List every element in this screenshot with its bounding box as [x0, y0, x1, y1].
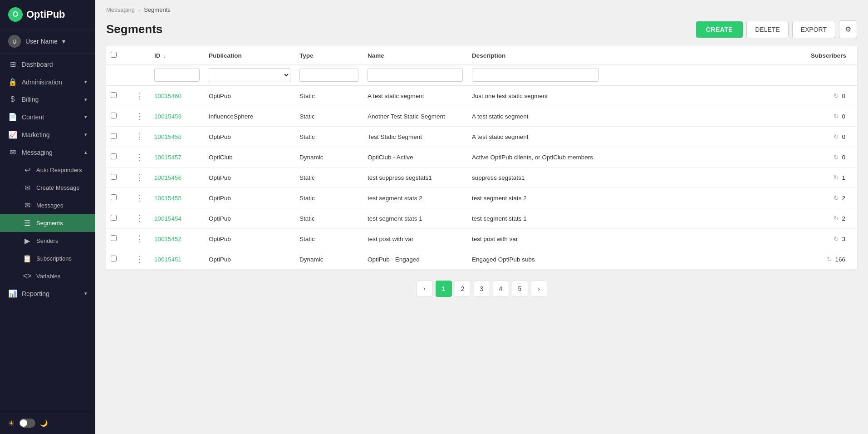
row-id-1[interactable]: 10015459 [150, 106, 204, 127]
select-all-checkbox[interactable] [111, 52, 117, 58]
export-button[interactable]: EXPORT [792, 21, 835, 38]
sort-icon: ↓ [163, 53, 166, 59]
next-page-button[interactable]: › [531, 281, 547, 297]
row-id-2[interactable]: 10015458 [150, 127, 204, 147]
page-title: Segments [106, 22, 162, 36]
prev-page-button[interactable]: ‹ [417, 281, 433, 297]
sidebar-item-subscriptions[interactable]: 📋 Subscriptions [0, 250, 95, 267]
sidebar-item-label: Administration [22, 79, 62, 86]
sidebar-item-variables[interactable]: <> Variables [0, 267, 95, 285]
row-menu-button-7[interactable]: ⋮ [133, 234, 145, 244]
refresh-icon-4[interactable]: ↻ [834, 174, 839, 181]
row-name-3: OptiClub - Active [363, 147, 467, 168]
row-description-0: Just one test static segment [467, 85, 603, 106]
row-menu-button-4[interactable]: ⋮ [133, 173, 145, 182]
row-checkbox-8[interactable] [111, 256, 117, 261]
table-row: ⋮ 10015454 OptiPub Static test segment s… [106, 208, 857, 229]
main-content: Messaging › Segments Segments CREATE DEL… [95, 0, 868, 434]
refresh-icon-1[interactable]: ↻ [834, 113, 839, 120]
delete-button[interactable]: DELETE [746, 21, 788, 38]
row-subscribers-8: 166 [835, 256, 845, 263]
chevron-right-icon: ▾ [84, 97, 87, 103]
sidebar-item-senders[interactable]: ▶ Senders [0, 232, 95, 250]
filter-description[interactable] [472, 69, 599, 82]
dashboard-icon: ⊞ [8, 60, 17, 69]
row-menu-button-3[interactable]: ⋮ [133, 152, 145, 162]
sidebar-item-administration[interactable]: 🔒 Administration ▾ [0, 73, 95, 91]
row-checkbox-1[interactable] [111, 113, 117, 118]
row-checkbox-6[interactable] [111, 215, 117, 221]
sidebar-theme: ☀ 🌙 [0, 412, 95, 434]
page-button-1[interactable]: 1 [436, 281, 452, 297]
settings-button[interactable]: ⚙ [839, 20, 857, 38]
row-subscribers-0: 0 [842, 93, 845, 99]
filter-type[interactable] [299, 69, 358, 82]
row-type-2: Static [295, 127, 363, 147]
sidebar-item-label: Billing [22, 96, 39, 103]
row-menu-button-6[interactable]: ⋮ [133, 213, 145, 223]
filter-name[interactable] [368, 69, 463, 82]
refresh-icon-5[interactable]: ↻ [834, 194, 839, 202]
sidebar-item-segments[interactable]: ☰ Segments [0, 214, 95, 232]
sidebar-item-reporting[interactable]: 📊 Reporting ▾ [0, 285, 95, 302]
sidebar-item-label: Subscriptions [36, 255, 72, 262]
sidebar-item-messages[interactable]: ✉ Messages [0, 197, 95, 214]
row-menu-button-8[interactable]: ⋮ [133, 254, 145, 264]
theme-toggle[interactable] [19, 419, 35, 428]
row-menu-button-1[interactable]: ⋮ [133, 111, 145, 121]
sidebar-item-dashboard[interactable]: ⊞ Dashboard [0, 55, 95, 73]
row-checkbox-5[interactable] [111, 194, 117, 200]
sidebar-item-marketing[interactable]: 📈 Marketing ▾ [0, 126, 95, 143]
column-id[interactable]: ID ↓ [150, 46, 204, 65]
refresh-icon-8[interactable]: ↻ [827, 256, 832, 263]
sidebar-item-create-message[interactable]: ✉ Create Message [0, 179, 95, 197]
row-menu-button-5[interactable]: ⋮ [133, 193, 145, 203]
create-button[interactable]: CREATE [696, 21, 743, 38]
breadcrumb-parent[interactable]: Messaging [106, 6, 135, 13]
logo-icon: O [8, 7, 23, 22]
row-checkbox-2[interactable] [111, 133, 117, 139]
sidebar-item-billing[interactable]: $ Billing ▾ [0, 91, 95, 108]
sidebar-item-messaging[interactable]: ✉ Messaging ▴ [0, 143, 95, 161]
row-id-8[interactable]: 10015451 [150, 249, 204, 270]
refresh-icon-2[interactable]: ↻ [834, 133, 839, 140]
table-row: ⋮ 10015455 OptiPub Static test segment s… [106, 188, 857, 208]
page-button-2[interactable]: 2 [455, 281, 471, 297]
logo-text: OptiPub [26, 9, 65, 20]
row-checkbox-4[interactable] [111, 174, 117, 180]
user-menu[interactable]: U User Name ▾ [0, 30, 95, 54]
sidebar-item-label: Marketing [22, 131, 49, 138]
sidebar-item-label: Senders [36, 237, 58, 244]
row-type-6: Static [295, 208, 363, 229]
row-checkbox-3[interactable] [111, 153, 117, 159]
row-subscribers-4: 1 [842, 174, 845, 181]
row-name-0: A test static segment [363, 85, 467, 106]
senders-icon: ▶ [23, 237, 32, 245]
page-button-3[interactable]: 3 [474, 281, 490, 297]
row-id-3[interactable]: 10015457 [150, 147, 204, 168]
filter-publication[interactable] [209, 68, 290, 82]
row-menu-button-2[interactable]: ⋮ [133, 132, 145, 142]
row-menu-button-0[interactable]: ⋮ [133, 91, 145, 101]
sidebar-item-auto-responders[interactable]: ↩ Auto Responders [0, 161, 95, 179]
row-id-0[interactable]: 10015460 [150, 85, 204, 106]
chevron-right-icon: ▾ [84, 114, 87, 120]
row-id-6[interactable]: 10015454 [150, 208, 204, 229]
row-subscribers-2: 0 [842, 133, 845, 140]
table-row: ⋮ 10015460 OptiPub Static A test static … [106, 85, 857, 106]
page-button-4[interactable]: 4 [493, 281, 509, 297]
sidebar-item-content[interactable]: 📄 Content ▾ [0, 108, 95, 126]
row-checkbox-7[interactable] [111, 235, 117, 241]
refresh-icon-3[interactable]: ↻ [834, 153, 839, 161]
refresh-icon-7[interactable]: ↻ [834, 235, 839, 242]
row-id-4[interactable]: 10015456 [150, 168, 204, 188]
row-id-7[interactable]: 10015452 [150, 229, 204, 249]
page-button-5[interactable]: 5 [512, 281, 528, 297]
refresh-icon-6[interactable]: ↻ [834, 215, 839, 222]
column-publication: Publication [204, 46, 295, 65]
row-checkbox-0[interactable] [111, 92, 117, 98]
refresh-icon-0[interactable]: ↻ [834, 92, 839, 99]
filter-id[interactable] [154, 69, 200, 82]
row-id-5[interactable]: 10015455 [150, 188, 204, 208]
row-type-8: Dynamic [295, 249, 363, 270]
